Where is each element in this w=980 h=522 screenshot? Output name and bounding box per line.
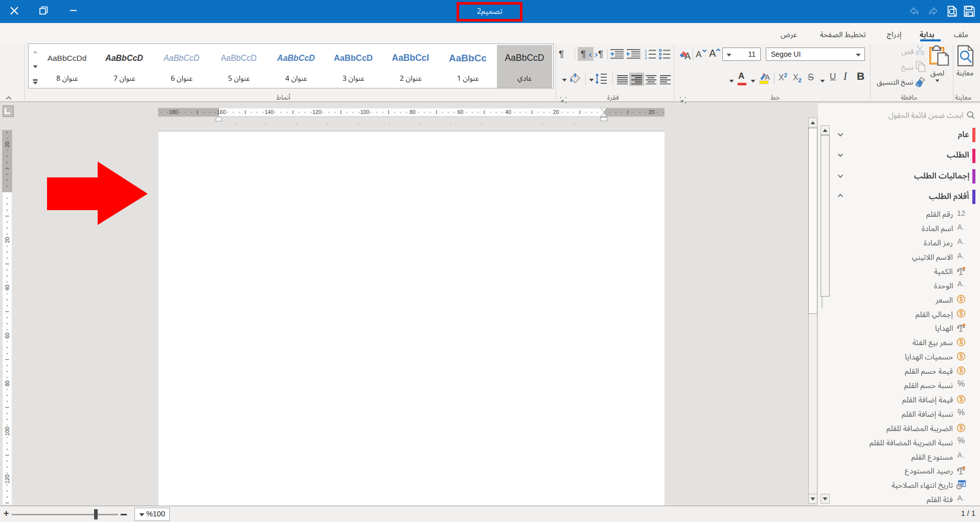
svg-text:80: 80 (4, 380, 10, 387)
svg-text:$: $ (960, 424, 963, 432)
svg-text:100: 100 (360, 109, 370, 115)
svg-text:$: $ (960, 367, 963, 374)
svg-text:80: 80 (409, 109, 416, 115)
svg-text:$: $ (960, 338, 963, 346)
svg-text:140: 140 (265, 109, 274, 115)
svg-text:20: 20 (4, 237, 10, 243)
svg-text:120: 120 (4, 474, 10, 484)
svg-text:40: 40 (505, 109, 511, 115)
svg-text:100: 100 (4, 427, 10, 436)
svg-text:20: 20 (553, 109, 559, 115)
svg-text:60: 60 (4, 333, 10, 339)
svg-text:60: 60 (458, 109, 464, 115)
svg-text:160: 160 (217, 109, 226, 115)
svg-text:120: 120 (312, 109, 322, 115)
svg-text:20: 20 (649, 109, 655, 115)
svg-text:20: 20 (4, 142, 10, 148)
svg-text:$: $ (960, 396, 963, 403)
svg-text:40: 40 (4, 285, 10, 291)
svg-text:$: $ (960, 310, 963, 317)
svg-text:3: 3 (645, 56, 647, 59)
svg-text:A: A (765, 73, 770, 81)
svg-text:180: 180 (169, 109, 178, 115)
svg-text:$: $ (960, 296, 963, 303)
svg-text:$: $ (960, 353, 963, 360)
